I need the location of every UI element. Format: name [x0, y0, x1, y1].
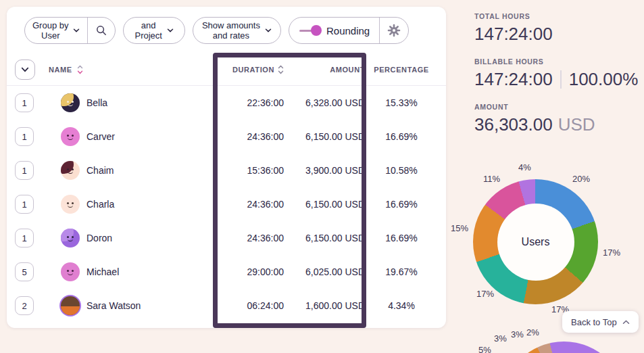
- percentage-value: 19.67%: [385, 266, 417, 277]
- percentage-value: 15.33%: [385, 97, 417, 108]
- user-name: Chaim: [86, 165, 223, 176]
- show-amounts-line1: Show amounts: [202, 20, 260, 30]
- table-row[interactable]: 2 Sara Watson 06:24:00 1,600.00 USD 4.34…: [7, 289, 446, 323]
- amount-value: 6,150.00 USD: [305, 199, 365, 210]
- gear-icon: [387, 24, 401, 37]
- avatar: [61, 161, 80, 180]
- amount-value: 6,150.00 USD: [305, 233, 365, 243]
- table-row[interactable]: 1 Chaim 15:36:00 3,900.00 USD 10.58%: [7, 154, 446, 187]
- duration-value: 24:36:00: [247, 199, 284, 210]
- group-by-line2: User: [41, 30, 59, 41]
- percentage-value: 16.69%: [385, 199, 417, 210]
- amount-value: 6,025.00 USD: [305, 266, 365, 277]
- donut2-slice-label: 3%: [511, 329, 524, 339]
- donut-slice-label: 17%: [476, 289, 494, 299]
- users-donut-chart: Users: [473, 179, 598, 304]
- show-amounts-dropdown: Show amounts and rates: [193, 17, 281, 44]
- user-name: Charla: [86, 199, 223, 210]
- avatar: [61, 93, 80, 112]
- duration-value: 06:24:00: [247, 300, 284, 311]
- group-count-badge[interactable]: 2: [15, 296, 34, 315]
- donut-slice-label: 17%: [603, 248, 620, 258]
- total-hours-value: 147:24:00: [474, 24, 643, 45]
- group-by-button[interactable]: Group by User: [25, 18, 87, 43]
- percentage-value: 10.58%: [385, 165, 417, 176]
- subgroup-line2: Project: [134, 30, 162, 41]
- sort-icon[interactable]: [77, 65, 83, 74]
- amount-value: 36,303.00: [474, 114, 553, 135]
- subgroup-line1: and: [141, 20, 156, 30]
- user-name: Sara Watson: [86, 300, 223, 311]
- summary-panel: TOTAL HOURS 147:24:00 BILLABLE HOURS 147…: [446, 0, 644, 353]
- show-amounts-line2: and rates: [213, 30, 249, 41]
- user-name: Carver: [86, 131, 223, 142]
- user-name: Doron: [86, 233, 223, 243]
- back-to-top-label: Back to Top: [571, 317, 617, 327]
- chevron-down-icon: [73, 28, 80, 32]
- billable-hours-value: 147:24:00: [474, 69, 553, 90]
- avatar-mouth: [68, 272, 73, 275]
- search-button[interactable]: [88, 18, 115, 43]
- group-count-badge[interactable]: 1: [15, 195, 34, 214]
- total-hours-label: TOTAL HOURS: [474, 12, 643, 20]
- amount-currency: USD: [558, 114, 595, 135]
- avatar-mouth: [68, 103, 73, 106]
- avatar: [61, 262, 80, 281]
- report-toolbar: Group by User and Project: [7, 7, 446, 49]
- group-count-badge[interactable]: 1: [15, 93, 34, 112]
- back-to-top-button[interactable]: Back to Top: [562, 311, 639, 333]
- avatar: [61, 229, 80, 248]
- donut2-slice-label: 2%: [526, 327, 539, 337]
- avatar-mouth: [68, 204, 73, 208]
- donut-slice-label: 11%: [483, 174, 500, 184]
- group-count-badge[interactable]: 1: [15, 127, 34, 146]
- chevron-down-icon: [21, 67, 29, 72]
- report-table-card: Group by User and Project: [7, 7, 446, 328]
- duration-value: 22:36:00: [247, 97, 284, 108]
- amount-value: 6,328.00 USD: [305, 97, 365, 108]
- settings-button[interactable]: [380, 18, 408, 43]
- percentage-value: 16.69%: [385, 233, 417, 243]
- table-row[interactable]: 1 Bella 22:36:00 6,328.00 USD 15.33%: [7, 86, 446, 120]
- user-name: Michael: [86, 266, 223, 277]
- table-row[interactable]: 5 Michael 29:00:00 6,025.00 USD 19.67%: [7, 255, 446, 289]
- avatar-mouth: [68, 170, 73, 174]
- table-row[interactable]: 1 Carver 24:36:00 6,150.00 USD 16.69%: [7, 120, 446, 154]
- amount-value: 6,150.00 USD: [305, 131, 365, 142]
- chevron-up-icon: [622, 320, 630, 325]
- subgroup-dropdown: and Project: [123, 17, 184, 44]
- subgroup-button[interactable]: and Project: [124, 18, 184, 43]
- divider: [560, 70, 562, 89]
- billable-hours-label: BILLABLE HOURS: [474, 57, 643, 66]
- rounding-toggle[interactable]: Rounding: [289, 18, 379, 43]
- chevron-down-icon: [167, 28, 174, 32]
- rounding-label: Rounding: [326, 25, 370, 37]
- group-count-badge[interactable]: 1: [15, 229, 34, 248]
- group-count-badge[interactable]: 5: [15, 262, 34, 281]
- amount-value: 3,900.00 USD: [305, 165, 365, 176]
- table-row[interactable]: 1 Doron 24:36:00 6,150.00 USD 16.69%: [7, 221, 446, 255]
- avatar-accent: [61, 306, 80, 315]
- search-icon: [95, 24, 107, 37]
- chevron-down-icon: [265, 28, 272, 32]
- duration-value: 24:36:00: [247, 233, 284, 243]
- percentage-value: 16.69%: [385, 131, 417, 142]
- table-row[interactable]: 1 Charla 24:36:00 6,150.00 USD 16.69%: [7, 187, 446, 221]
- user-name: Bella: [86, 97, 223, 108]
- billable-percent-value: 100.00%: [569, 69, 639, 90]
- sort-icon[interactable]: [278, 65, 284, 74]
- collapse-all-button[interactable]: [15, 60, 35, 80]
- duration-value: 29:00:00: [247, 266, 284, 277]
- avatar-mouth: [68, 238, 73, 241]
- avatar: [61, 195, 80, 214]
- amount-value: 1,600.00 USD: [305, 300, 365, 311]
- percentage-value: 4.34%: [388, 300, 415, 311]
- second-donut-chart-partial: [501, 342, 626, 353]
- donut-slice-label: 20%: [572, 174, 590, 184]
- avatar: [61, 127, 80, 146]
- table-header: NAME DURATION AMOUNT PERCENTAGE: [7, 53, 446, 86]
- group-count-badge[interactable]: 1: [15, 161, 34, 180]
- show-amounts-button[interactable]: Show amounts and rates: [193, 18, 280, 43]
- donut-center-label: Users: [522, 236, 550, 248]
- avatar-mouth: [68, 137, 73, 140]
